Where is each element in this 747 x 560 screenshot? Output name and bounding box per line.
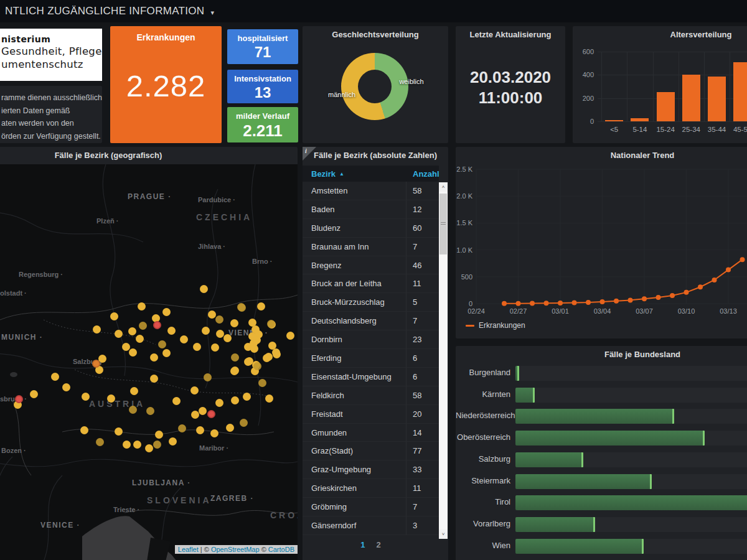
map-marker-yellow[interactable]: [130, 387, 138, 395]
map-marker-yellow[interactable]: [265, 394, 273, 403]
scroll-down-icon[interactable]: ˅: [439, 530, 448, 539]
map-marker-yellow[interactable]: [162, 308, 171, 316]
map-marker-dark[interactable]: [178, 424, 186, 432]
map-marker-dark[interactable]: [158, 340, 166, 348]
svg-text:0: 0: [469, 300, 472, 307]
map-marker-yellow[interactable]: [211, 343, 219, 352]
map-marker-yellow[interactable]: [180, 335, 188, 343]
column-header-bezirk[interactable]: Bezirk: [303, 169, 336, 179]
map-marker-yellow[interactable]: [172, 397, 181, 405]
map-marker-yellow[interactable]: [231, 396, 239, 404]
map-marker-yellow[interactable]: [145, 444, 153, 452]
map-marker-yellow[interactable]: [208, 310, 216, 319]
table-scrollbar[interactable]: ˄ ˅: [439, 182, 448, 539]
map-marker-yellow[interactable]: [191, 411, 199, 419]
panel-title: Fälle je Bezirk (absolute Zahlen): [303, 147, 448, 164]
page-button-2[interactable]: 2: [377, 540, 381, 549]
map-marker-yellow[interactable]: [122, 343, 130, 351]
map-marker-dark[interactable]: [146, 407, 154, 415]
scroll-up-icon[interactable]: ˄: [439, 182, 448, 192]
map-marker-yellow[interactable]: [193, 343, 201, 351]
map-marker-yellow[interactable]: [136, 335, 144, 343]
map-marker-dark[interactable]: [153, 441, 161, 449]
map-marker-yellow[interactable]: [115, 330, 123, 338]
attribution-link[interactable]: OpenStreetMap: [211, 546, 260, 553]
map-marker-yellow[interactable]: [215, 399, 223, 407]
stat-intensivstation: Intensivstation 13: [227, 70, 298, 103]
map-marker-yellow[interactable]: [216, 330, 224, 338]
map-marker-yellow[interactable]: [150, 353, 158, 362]
map-marker-red[interactable]: [207, 410, 215, 418]
attribution-link[interactable]: CartoDB: [268, 546, 294, 553]
age-y-tick: 400: [573, 71, 594, 78]
map-marker-dark[interactable]: [129, 406, 137, 414]
map-marker-dark[interactable]: [253, 362, 261, 370]
map-label-city: olstadt: [0, 289, 27, 297]
age-x-tick: 15-24: [652, 126, 679, 133]
map-marker-yellow[interactable]: [210, 429, 218, 437]
map-marker-yellow[interactable]: [265, 353, 273, 361]
leaflet-map[interactable]: PRAGUEPardubiceCZECHIAPlzeňJihlavaBrnoRe…: [0, 164, 298, 560]
column-header-anzahl[interactable]: Anzahl: [413, 169, 439, 179]
map-marker-yellow[interactable]: [202, 327, 210, 335]
map-marker-dark[interactable]: [231, 353, 239, 362]
map-marker-dark[interactable]: [139, 322, 147, 330]
map-marker-yellow[interactable]: [230, 319, 238, 327]
map-marker-yellow[interactable]: [190, 386, 199, 394]
page-button-1[interactable]: 1: [360, 540, 365, 549]
age-gridline: [627, 52, 627, 121]
bundesland-bar: [515, 474, 652, 489]
map-marker-yellow[interactable]: [273, 350, 281, 358]
map-marker-yellow[interactable]: [110, 312, 118, 320]
map-marker-red[interactable]: [15, 395, 23, 403]
map-marker-yellow[interactable]: [133, 441, 141, 449]
map-marker-dark[interactable]: [240, 419, 248, 427]
map-marker-yellow[interactable]: [196, 426, 204, 434]
map-marker-yellow[interactable]: [129, 348, 137, 357]
svg-text:03/01: 03/01: [552, 307, 569, 315]
map-marker-dark[interactable]: [238, 304, 246, 312]
map-marker-yellow[interactable]: [226, 424, 234, 432]
map-marker-yellow[interactable]: [107, 394, 115, 403]
map-marker-yellow[interactable]: [93, 325, 101, 334]
disclaimer-panel: ramme dienen ausschließlich ierten Daten…: [0, 86, 102, 143]
map-marker-yellow[interactable]: [128, 327, 136, 335]
map-marker-yellow[interactable]: [223, 334, 232, 342]
map-marker-yellow[interactable]: [245, 357, 253, 365]
map-marker-yellow[interactable]: [155, 431, 163, 439]
map-marker-dark[interactable]: [267, 320, 275, 328]
map-marker-yellow[interactable]: [138, 302, 146, 310]
map-marker-yellow[interactable]: [169, 437, 177, 446]
stat-erkrankungen: Erkrankungen 2.282: [110, 26, 222, 143]
map-marker-yellow[interactable]: [250, 345, 258, 353]
map-marker-yellow[interactable]: [257, 302, 265, 310]
map-marker-yellow[interactable]: [150, 375, 158, 383]
map-marker-yellow[interactable]: [51, 373, 59, 381]
table-row: Bludenz60: [303, 219, 439, 238]
attribution-link[interactable]: Leaflet: [178, 546, 199, 553]
map-marker-yellow[interactable]: [62, 383, 70, 391]
map-marker-yellow[interactable]: [115, 427, 123, 436]
map-marker-orange[interactable]: [92, 360, 100, 368]
anzahl-cell: 77: [406, 442, 421, 460]
map-marker-dark[interactable]: [258, 379, 266, 387]
map-marker-red[interactable]: [153, 321, 161, 329]
legend-erkrankungen[interactable]: Erkrankungen: [466, 321, 525, 330]
map-marker-yellow[interactable]: [30, 390, 38, 398]
map-marker-yellow[interactable]: [243, 393, 251, 401]
map-marker-yellow[interactable]: [199, 407, 207, 415]
scrollbar-thumb[interactable]: [439, 194, 447, 254]
map-marker-dark[interactable]: [204, 373, 212, 381]
map-marker-dark[interactable]: [215, 315, 223, 324]
map-marker-yellow[interactable]: [286, 332, 294, 340]
map-marker-yellow[interactable]: [82, 393, 90, 401]
bundesland-label: Burgenland: [456, 368, 510, 377]
map-marker-yellow[interactable]: [167, 327, 176, 335]
map-marker-dark[interactable]: [96, 438, 104, 446]
dashboard-title-dropdown[interactable]: NTLICH ZUGÄNGLICHE INFORMATION: [5, 5, 204, 17]
map-marker-yellow[interactable]: [123, 441, 131, 449]
map-marker-yellow[interactable]: [80, 426, 88, 434]
map-marker-yellow[interactable]: [162, 349, 171, 357]
map-marker-yellow[interactable]: [230, 367, 238, 375]
map-marker-yellow[interactable]: [200, 285, 208, 293]
